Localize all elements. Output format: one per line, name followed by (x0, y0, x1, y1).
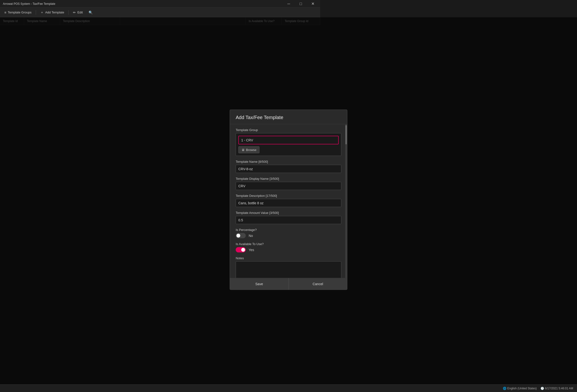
edit-icon: ✏ (73, 11, 76, 14)
template-groups-label: Template Groups (8, 11, 32, 14)
menu-bar: ≡ Template Groups ＋ Add Template ✏ Edit … (0, 8, 320, 17)
template-description-field-group: Template Description [17/500] (236, 194, 320, 207)
template-display-name-input[interactable] (236, 182, 320, 190)
browse-button[interactable]: 🖥 Browse (238, 146, 259, 153)
dialog-body: Template Group 🖥 Browse Template Name [8… (230, 124, 320, 214)
menu-item-search[interactable]: 🔍 (86, 10, 95, 15)
close-button[interactable]: ✕ (307, 0, 318, 8)
maximize-button[interactable]: □ (295, 0, 306, 8)
template-description-label: Template Description [17/500] (236, 194, 320, 197)
window-title: Arrowat POS System - Tax/Fee Template (3, 2, 55, 5)
template-group-field-group: Template Group 🖥 Browse (236, 128, 320, 156)
template-amount-field-group: Template Amount Value [3/500] (236, 211, 320, 214)
add-template-label: Add Template (45, 11, 64, 14)
template-amount-label: Template Amount Value [3/500] (236, 211, 320, 214)
template-name-label: Template Name [8/500] (236, 160, 320, 163)
template-name-input[interactable] (236, 165, 320, 173)
template-description-input[interactable] (236, 199, 320, 207)
menu-item-template-groups[interactable]: ≡ Template Groups (2, 10, 34, 15)
window-controls: ─ □ ✕ (283, 0, 318, 8)
add-template-icon: ＋ (40, 10, 44, 15)
search-icon: 🔍 (89, 11, 93, 14)
template-groups-icon: ≡ (4, 11, 6, 14)
template-group-input[interactable] (238, 136, 320, 144)
template-display-name-field-group: Template Display Name [3/500] (236, 177, 320, 190)
menu-item-add-template[interactable]: ＋ Add Template (38, 9, 67, 16)
edit-label: Edit (77, 11, 83, 14)
dialog-title: Add Tax/Fee Template (230, 110, 320, 124)
browse-icon: 🖥 (242, 148, 245, 151)
browse-label: Browse (246, 148, 256, 151)
title-bar: Arrowat POS System - Tax/Fee Template ─ … (0, 0, 320, 8)
menu-item-edit[interactable]: ✏ Edit (71, 10, 85, 15)
template-group-container: 🖥 Browse (236, 133, 320, 156)
template-name-field-group: Template Name [8/500] (236, 160, 320, 173)
minimize-button[interactable]: ─ (283, 0, 294, 8)
menu-separator-1 (36, 10, 36, 15)
add-template-dialog: Add Tax/Fee Template Template Group 🖥 Br… (230, 109, 320, 214)
template-group-label: Template Group (236, 128, 320, 132)
template-display-name-label: Template Display Name [3/500] (236, 177, 320, 180)
